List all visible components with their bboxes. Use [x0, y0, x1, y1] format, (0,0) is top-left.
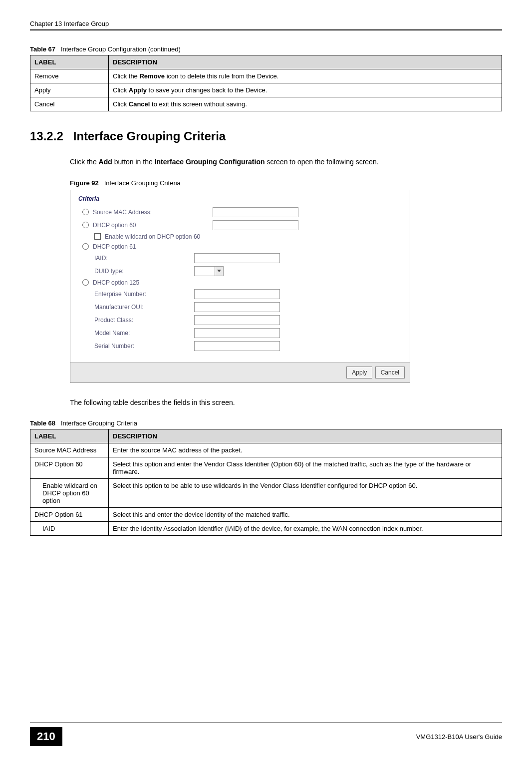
- radio-icon[interactable]: [82, 222, 89, 228]
- t68-r4-label: IAID: [30, 522, 109, 536]
- apply-button[interactable]: Apply: [346, 367, 372, 379]
- criteria-subrow: Enterprise Number:: [94, 289, 402, 299]
- t68-r4-desc: Enter the Identity Association Identifie…: [109, 522, 502, 536]
- t67-r0-desc: Click the Remove icon to delete this rul…: [109, 69, 502, 83]
- page-number: 210: [30, 727, 62, 746]
- t67-r1-label: Apply: [30, 83, 109, 97]
- t68-r0-desc: Enter the source MAC address of the pack…: [109, 443, 502, 457]
- table67-caption: Table 67 Interface Group Configuration (…: [30, 45, 502, 53]
- iaid-input[interactable]: [194, 253, 280, 263]
- table-row: IAID Enter the Identity Association Iden…: [30, 522, 502, 536]
- table68-caption: Table 68 Interface Grouping Criteria: [30, 419, 502, 427]
- table67-title: Interface Group Configuration (continued…: [61, 45, 181, 53]
- table-row: DHCP Option 60 Select this option and en…: [30, 457, 502, 479]
- t67-r1-bold: Apply: [129, 86, 147, 94]
- t68-r1-label: DHCP Option 60: [30, 457, 109, 479]
- criteria-row: DHCP option 125: [78, 279, 402, 286]
- t68-r1-desc: Select this option and enter the Vendor …: [109, 457, 502, 479]
- criteria-label: DHCP option 60: [93, 222, 193, 229]
- model-name-input[interactable]: [194, 328, 280, 338]
- duid-select[interactable]: [194, 266, 215, 276]
- table68-header-label: LABEL: [30, 429, 109, 443]
- figure-box: Criteria Source MAC Address: DHCP option…: [70, 190, 410, 383]
- source-mac-input[interactable]: [213, 207, 298, 217]
- t67-r2-desc: Click Cancel to exit this screen without…: [109, 97, 502, 111]
- checkbox-icon[interactable]: [94, 233, 101, 240]
- figure-footer: Apply Cancel: [70, 362, 410, 382]
- enterprise-input[interactable]: [194, 289, 280, 299]
- table67-number: Table 67: [30, 45, 55, 53]
- criteria-subrow: IAID:: [94, 253, 402, 263]
- figure-caption: Figure 92 Interface Grouping Criteria: [70, 179, 502, 187]
- table-row: Remove Click the Remove icon to delete t…: [30, 69, 502, 83]
- section-number: 13.2.2: [30, 129, 63, 143]
- section-heading: 13.2.2 Interface Grouping Criteria: [30, 129, 502, 143]
- criteria-subrow: DUID type:: [94, 266, 402, 276]
- criteria-label: DUID type:: [94, 268, 194, 275]
- table-row: Cancel Click Cancel to exit this screen …: [30, 97, 502, 111]
- table68-header-desc: DESCRIPTION: [109, 429, 502, 443]
- table-row: DHCP Option 61 Select this and enter the…: [30, 508, 502, 522]
- criteria-subrow: Product Class:: [94, 315, 402, 325]
- criteria-label: Product Class:: [94, 317, 194, 324]
- criteria-label: Enable wildcard on DHCP option 60: [105, 233, 200, 240]
- criteria-label: Model Name:: [94, 330, 194, 337]
- t67-r0-bold: Remove: [139, 72, 165, 80]
- table67-header-label: LABEL: [30, 55, 109, 69]
- criteria-row: Source MAC Address:: [78, 207, 402, 217]
- t68-r0-label: Source MAC Address: [30, 443, 109, 457]
- section-title: Interface Grouping Criteria: [73, 129, 226, 143]
- chevron-down-icon[interactable]: [215, 266, 224, 276]
- criteria-label: IAID:: [94, 255, 194, 262]
- criteria-row: DHCP option 61: [78, 243, 402, 250]
- guide-title: VMG1312-B10A User's Guide: [416, 733, 502, 741]
- table68-title: Interface Grouping Criteria: [61, 419, 137, 427]
- table68: LABEL DESCRIPTION Source MAC Address Ent…: [30, 429, 502, 536]
- criteria-label: Source MAC Address:: [93, 209, 193, 216]
- table-row: Source MAC Address Enter the source MAC …: [30, 443, 502, 457]
- criteria-label: DHCP option 125: [93, 279, 139, 286]
- table-row: Apply Click Apply to save your changes b…: [30, 83, 502, 97]
- criteria-subrow: Serial Number:: [94, 341, 402, 351]
- table67: LABEL DESCRIPTION Remove Click the Remov…: [30, 55, 502, 111]
- t68-r3-desc: Select this and enter the device identit…: [109, 508, 502, 522]
- cancel-button[interactable]: Cancel: [375, 367, 405, 379]
- criteria-subrow: Enable wildcard on DHCP option 60: [78, 233, 402, 240]
- manufacturer-input[interactable]: [194, 302, 280, 312]
- intro-bold2: Interface Grouping Configuration: [155, 158, 265, 166]
- criteria-label: Manufacturer OUI:: [94, 304, 194, 311]
- criteria-subrow: Model Name:: [94, 328, 402, 338]
- page-footer: 210 VMG1312-B10A User's Guide: [30, 723, 502, 746]
- radio-icon[interactable]: [82, 243, 89, 250]
- serial-input[interactable]: [194, 341, 280, 351]
- figure-number: Figure 92: [70, 179, 99, 187]
- criteria-subrow: Manufacturer OUI:: [94, 302, 402, 312]
- figure-title: Interface Grouping Criteria: [104, 179, 181, 187]
- criteria-row: DHCP option 60: [78, 220, 402, 230]
- header-rule: [30, 29, 502, 30]
- t68-r3-label: DHCP Option 61: [30, 508, 109, 522]
- criteria-label: Enterprise Number:: [94, 291, 194, 298]
- table68-number: Table 68: [30, 419, 55, 427]
- radio-icon[interactable]: [82, 279, 89, 286]
- product-class-input[interactable]: [194, 315, 280, 325]
- t67-r0-label: Remove: [30, 69, 109, 83]
- t67-r1-desc: Click Apply to save your changes back to…: [109, 83, 502, 97]
- t68-r2-label: Enable wildcard on DHCP option 60 option: [30, 479, 109, 508]
- section-intro: Click the Add button in the Interface Gr…: [70, 157, 502, 167]
- radio-icon[interactable]: [82, 209, 89, 215]
- t68-r2-desc: Select this option to be able to use wil…: [109, 479, 502, 508]
- intro-bold1: Add: [99, 158, 112, 166]
- criteria-label: DHCP option 61: [93, 243, 136, 250]
- t67-r2-bold: Cancel: [129, 100, 150, 108]
- dhcp60-input[interactable]: [213, 220, 298, 230]
- table68-intro: The following table describes the fields…: [70, 398, 502, 408]
- criteria-label: Serial Number:: [94, 343, 194, 350]
- table-row: Enable wildcard on DHCP option 60 option…: [30, 479, 502, 508]
- running-header: Chapter 13 Interface Group: [30, 20, 502, 27]
- criteria-title: Criteria: [78, 195, 402, 202]
- table67-header-desc: DESCRIPTION: [109, 55, 502, 69]
- t67-r2-label: Cancel: [30, 97, 109, 111]
